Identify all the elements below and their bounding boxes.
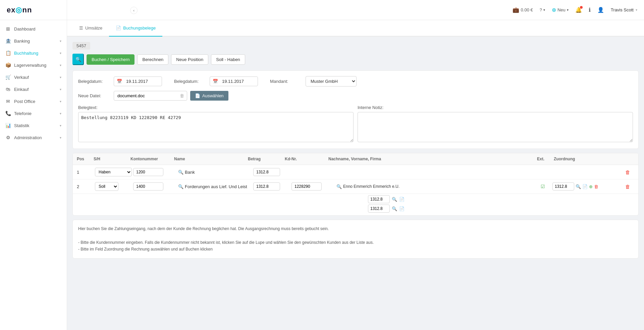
sub-zuordnung2-input[interactable] [368, 205, 390, 213]
mandant-select[interactable]: Muster GmbH [306, 76, 356, 86]
row2-sh-select[interactable]: Haben Soll [95, 182, 118, 191]
sidebar-item-statistik[interactable]: 📊 Statistik ▾ [0, 119, 67, 131]
row2-zuordnung-doc-icon[interactable]: 📄 [582, 184, 588, 189]
sidebar-item-lagerverwaltung[interactable]: 📦 Lagerverwaltung ▾ [0, 59, 67, 71]
sidebar-item-dashboard[interactable]: ⊞ Dashboard [0, 23, 67, 35]
chevron-icon: ▾ [60, 88, 61, 91]
sidebar-item-post-office[interactable]: ✉ Post Office ▾ [0, 95, 67, 107]
row2-name: Forderungen aus Lief. Und Leist [185, 184, 247, 189]
sidebar-item-buchhaltung[interactable]: 📋 Buchhaltung ▾ [0, 47, 67, 59]
info-icon: ℹ [589, 7, 591, 13]
col-ext: Ext. [537, 157, 554, 161]
row2-zuordnung-trash-icon[interactable]: 🗑 [594, 184, 598, 189]
table-row-2-container: 2 Haben Soll 🔍 [73, 179, 638, 215]
sidebar-item-label: Lagerverwaltung [14, 63, 56, 68]
tab-umsatze[interactable]: ☰ Umsätze [72, 20, 109, 37]
sidebar-item-verkauf[interactable]: 🛒 Verkauf ▾ [0, 71, 67, 83]
row1-sh-select[interactable]: Haben Soll [95, 168, 132, 176]
row1-search-icon[interactable]: 🔍 [178, 170, 183, 175]
row2-kdnr [291, 182, 335, 190]
form-row-file: Neue Datei: 🗑 📄 Auswählen [78, 91, 633, 101]
search-icon: 🔍 [75, 57, 81, 62]
row1-trash-icon[interactable]: 🗑 [625, 169, 630, 175]
sidebar-item-label: Statistik [14, 123, 56, 128]
buchen-speichern-button[interactable]: Buchen / Speichern [87, 54, 135, 65]
row2-zuordnung-plus-icon[interactable]: ⊕ [589, 184, 593, 189]
sidebar-item-label: Verkauf [14, 75, 56, 80]
sidebar-item-banking[interactable]: 🏦 Banking ▾ [0, 35, 67, 47]
info-button[interactable]: ℹ [589, 7, 591, 13]
row1-name-cell: 🔍 Bank [178, 170, 252, 175]
belegdatum1-input[interactable] [125, 77, 162, 86]
sidebar-item-einkauf[interactable]: 🛍 Einkauf ▾ [0, 83, 67, 95]
statistik-icon: 📊 [5, 123, 11, 128]
tab-buchungsbelege[interactable]: 📄 Buchungsbelege [109, 20, 162, 37]
table-header: Pos S/H Kontonummer Name Betrag Kd-Nr. N… [73, 153, 638, 165]
row2-kontonummer-input[interactable] [133, 182, 163, 190]
interne-notiz-textarea[interactable] [358, 112, 633, 142]
sub-zuordnung1-input[interactable] [368, 195, 390, 203]
auswahlen-label: Auswählen [202, 93, 224, 98]
new-button[interactable]: ⊕ Neu ▾ [552, 7, 569, 13]
soll-haben-button[interactable]: Soll - Haben [211, 54, 245, 65]
form-section: Belegdatum: 📅 Belegdatum: 📅 Mandant: [72, 70, 639, 149]
belegdatum1-input-container: 📅 [114, 76, 162, 86]
chevron-icon: ▾ [60, 51, 61, 55]
row2-nachname-search-icon[interactable]: 🔍 [336, 184, 342, 189]
berechnen-button[interactable]: Berechnen [137, 54, 168, 65]
wallet-icon: 💼 [513, 7, 519, 13]
row2-kdnr-input[interactable] [291, 182, 322, 190]
sidebar-item-administration[interactable]: ⚙ Administration ▾ [0, 131, 67, 144]
row2-name-cell: 🔍 Forderungen aus Lief. Und Leist [178, 184, 252, 189]
sub1-search-icon[interactable]: 🔍 [392, 197, 397, 202]
sub2-doc-icon[interactable]: 📄 [399, 206, 405, 211]
row2-sh: Haben Soll [95, 182, 132, 191]
row2-betrag-input[interactable] [253, 182, 280, 190]
new-label: Neu [557, 7, 566, 12]
auswahlen-button[interactable]: 📄 Auswählen [190, 91, 229, 101]
sidebar-item-label: Administration [14, 135, 56, 140]
sidebar-item-label: Banking [14, 39, 56, 44]
search-button[interactable]: 🔍 [72, 54, 84, 65]
row2-zuordnung-search-icon[interactable]: 🔍 [576, 184, 581, 189]
row1-betrag-input[interactable] [253, 168, 280, 176]
sidebar-item-label: Telefonie [14, 111, 56, 116]
notification-bell-button[interactable]: 🔔 [575, 7, 582, 13]
neue-position-button[interactable]: Neue Position [171, 54, 208, 65]
file-input-container: 🗑 [114, 91, 187, 101]
belegdatum2-input[interactable] [221, 77, 258, 86]
file-input[interactable] [114, 91, 177, 100]
main-wrapper: ‹ 💼 0.00 € ? ▾ ⊕ Neu ▾ 🔔 ℹ [67, 0, 644, 330]
user-avatar-button[interactable]: 👤 [597, 7, 604, 13]
tab-umsatze-label: Umsätze [85, 25, 102, 31]
sidebar-item-telefonie[interactable]: 📞 Telefonie ▾ [0, 107, 67, 119]
file-trash-icon[interactable]: 🗑 [177, 93, 187, 98]
main-content: 5457 🔍 Buchen / Speichern Berechnen Neue… [67, 37, 644, 330]
help-button[interactable]: ? ▾ [540, 7, 545, 12]
row2-check-icon: ☑ [541, 184, 545, 189]
sub1-doc-icon[interactable]: 📄 [399, 197, 405, 202]
row2-search-icon[interactable]: 🔍 [178, 184, 183, 189]
sub2-search-icon[interactable]: 🔍 [392, 206, 397, 211]
tabs-bar: ☰ Umsätze 📄 Buchungsbelege [67, 20, 644, 37]
telefonie-icon: 📞 [5, 111, 11, 116]
sidebar-item-label: Buchhaltung [14, 51, 56, 56]
row2-zuordnung-cell: 🔍 📄 ⊕ 🗑 [552, 182, 620, 190]
user-menu-button[interactable]: Travis Scott ▾ [611, 7, 637, 12]
row2-betrag [253, 182, 290, 190]
chevron-icon: ▾ [60, 136, 61, 140]
buchhaltung-icon: 📋 [5, 50, 11, 56]
row1-kontonummer-input[interactable] [133, 168, 163, 176]
belegdatum2-input-container: 📅 [210, 76, 258, 86]
tab-buchungsbelege-label: Buchungsbelege [123, 25, 156, 31]
col-kontonummer: Kontonummer [130, 157, 174, 161]
row2-zuordnung-input[interactable] [552, 182, 574, 190]
belegtext-textarea[interactable]: Bestellung 8223119 KD 1228290 RE 42729 [78, 112, 354, 142]
sidebar-collapse-button[interactable]: ‹ [130, 7, 138, 14]
row2-trash-icon[interactable]: 🗑 [625, 184, 630, 189]
col-pos: Pos [77, 157, 94, 161]
row2-pos: 2 [77, 184, 94, 189]
row1-pos: 1 [77, 170, 94, 175]
row1-kontonummer [133, 168, 177, 176]
col-zuordnung: Zuordnung [554, 157, 621, 161]
